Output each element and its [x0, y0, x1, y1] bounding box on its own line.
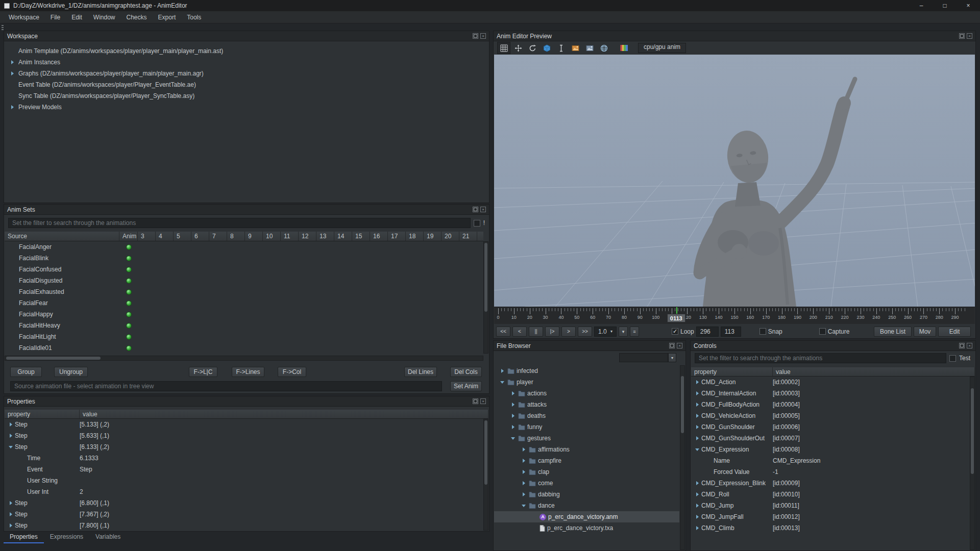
animsets-column-header[interactable]: 12 — [299, 232, 316, 241]
file-filter-dropdown[interactable] — [619, 353, 668, 362]
file-tree-item[interactable]: attacks — [494, 399, 679, 410]
property-row[interactable]: Step[5.133] (,2) — [5, 419, 488, 430]
expand-arrow-icon[interactable] — [10, 434, 12, 438]
expand-arrow-icon[interactable] — [523, 447, 525, 452]
properties-vertical-scrollbar[interactable] — [483, 419, 488, 531]
file-tree-item[interactable]: p_erc_dance_victory.txa — [494, 522, 679, 534]
expand-arrow-icon[interactable] — [10, 501, 12, 505]
edit-button[interactable]: Edit — [938, 327, 971, 337]
menu-item-file[interactable]: File — [45, 12, 66, 22]
value-column-header[interactable]: value — [80, 410, 488, 418]
control-row[interactable]: CMD_Climb[id:00013] — [691, 522, 969, 534]
globe-icon[interactable] — [597, 42, 610, 54]
animsets-column-header[interactable]: 11 — [281, 232, 299, 241]
expand-arrow-icon[interactable] — [10, 512, 12, 516]
animsets-row[interactable]: FacialBlink — [5, 253, 483, 264]
test-checkbox[interactable] — [949, 355, 956, 362]
total-frames-field[interactable]: 296 — [696, 327, 719, 337]
step-back-button[interactable]: < — [512, 327, 527, 337]
scrollbar-thumb[interactable] — [971, 388, 974, 474]
animsets-column-header[interactable]: 14 — [334, 232, 352, 241]
expand-arrow-icon[interactable] — [501, 369, 504, 373]
animsets-column-header[interactable]: 20 — [442, 232, 459, 241]
expand-arrow-icon[interactable] — [696, 425, 699, 429]
fast-forward-button[interactable]: >> — [578, 327, 592, 337]
float-icon[interactable] — [669, 343, 675, 348]
expand-arrow-icon[interactable] — [695, 448, 699, 451]
tab-properties[interactable]: Properties — [4, 532, 44, 543]
workspace-item[interactable]: Sync Table (DZ/anims/workspaces/player/P… — [4, 90, 489, 102]
animsets-column-header[interactable]: 6 — [191, 232, 209, 241]
scrollbar-thumb[interactable] — [484, 420, 487, 485]
bone-list-button[interactable]: Bone List — [874, 327, 912, 337]
expand-arrow-icon[interactable] — [500, 381, 504, 384]
property-row[interactable]: EventStep — [5, 464, 488, 475]
animsets-column-header[interactable]: 8 — [227, 232, 245, 241]
scrollbar-thumb[interactable] — [681, 376, 684, 433]
expand-arrow-icon[interactable] — [696, 515, 699, 519]
speed-menu-button[interactable]: ≡ — [630, 327, 639, 337]
toolbar-drag-handle[interactable] — [2, 25, 4, 30]
file-tree-item[interactable]: campfire — [494, 455, 679, 466]
expand-arrow-icon[interactable] — [523, 459, 525, 463]
3d-viewport[interactable] — [494, 55, 975, 307]
expand-arrow-icon[interactable] — [696, 414, 699, 418]
animsets-column-header[interactable]: 13 — [316, 232, 334, 241]
animsets-row[interactable]: FacialHitLight — [5, 331, 483, 342]
animsets-column-header[interactable]: 3 — [138, 232, 156, 241]
tab-variables[interactable]: Variables — [89, 532, 127, 543]
control-row[interactable]: Forced Value-1 — [691, 466, 969, 478]
file-tree-item[interactable]: actions — [494, 388, 679, 399]
workspace-item[interactable]: Graphs (DZ/anims/workspaces/player/playe… — [4, 68, 489, 79]
expand-arrow-icon[interactable] — [523, 470, 525, 474]
value-column-header[interactable]: value — [773, 367, 975, 376]
file-tree-item[interactable]: funny — [494, 421, 679, 433]
close-icon[interactable]: × — [967, 33, 972, 39]
workspace-item[interactable]: Event Table (DZ/anims/workspaces/player/… — [4, 79, 489, 90]
expand-arrow-icon[interactable] — [696, 492, 699, 496]
expand-arrow-icon[interactable] — [512, 403, 514, 407]
cpu-gpu-anim-toggle[interactable]: cpu/gpu anim — [638, 43, 686, 53]
animsets-column-header[interactable]: 19 — [424, 232, 442, 241]
expand-arrow-icon[interactable] — [696, 526, 699, 530]
file-tree-item[interactable]: dabbing — [494, 489, 679, 500]
animsets-column-header[interactable]: Source — [5, 232, 119, 241]
move-icon[interactable] — [511, 42, 525, 54]
animsets-vertical-scrollbar[interactable] — [483, 241, 488, 354]
menu-item-edit[interactable]: Edit — [66, 12, 88, 22]
animsets-row[interactable]: FacialConfused — [5, 264, 483, 275]
expand-arrow-icon[interactable] — [523, 481, 525, 485]
cube-icon[interactable] — [540, 42, 553, 54]
control-row[interactable]: CMD_VehicleAction[id:00005] — [691, 410, 969, 421]
expand-arrow-icon[interactable] — [10, 523, 12, 528]
expand-arrow-icon[interactable] — [696, 481, 699, 485]
chevron-down-icon[interactable]: ▾ — [668, 353, 676, 362]
property-row[interactable]: Time6.1333 — [5, 453, 488, 464]
expand-arrow-icon[interactable] — [11, 105, 14, 109]
expand-arrow-icon[interactable] — [9, 446, 13, 448]
controls-vertical-scrollbar[interactable] — [970, 377, 975, 550]
expand-arrow-icon[interactable] — [522, 505, 526, 507]
timeline-ruler[interactable]: 0102030405060708090100110120130140150160… — [494, 307, 975, 324]
controls-filter-input[interactable]: Set the filter to search through the ani… — [695, 353, 946, 363]
speed-combo[interactable]: 1.0▾ — [594, 327, 617, 337]
float-icon[interactable] — [959, 343, 965, 348]
animsets-column-header[interactable]: 5 — [174, 232, 191, 241]
filebrowser-vertical-scrollbar[interactable] — [680, 365, 685, 550]
menu-item-checks[interactable]: Checks — [121, 12, 153, 22]
ungroup-button[interactable]: Ungroup — [54, 367, 88, 377]
maximize-button[interactable]: □ — [933, 0, 957, 11]
file-tree-item[interactable]: player — [494, 377, 679, 388]
f-to-col-button[interactable]: F->Col — [278, 367, 306, 377]
file-tree-item[interactable]: dance — [494, 500, 679, 511]
property-row[interactable]: Step[7.367] (,2) — [5, 509, 488, 520]
expand-arrow-icon[interactable] — [696, 391, 699, 395]
del-cols-button[interactable]: Del Cols — [450, 367, 482, 377]
animsets-column-header[interactable]: 21 — [459, 232, 477, 241]
close-icon[interactable]: × — [677, 343, 682, 348]
f-to-lc-button[interactable]: F->L|C — [189, 367, 217, 377]
control-row[interactable]: CMD_Expression[id:00008] — [691, 444, 969, 455]
animsets-row[interactable]: FacialHappy — [5, 309, 483, 320]
animsets-row[interactable]: FacialDisgusted — [5, 275, 483, 286]
pause-button[interactable]: || — [529, 327, 543, 337]
